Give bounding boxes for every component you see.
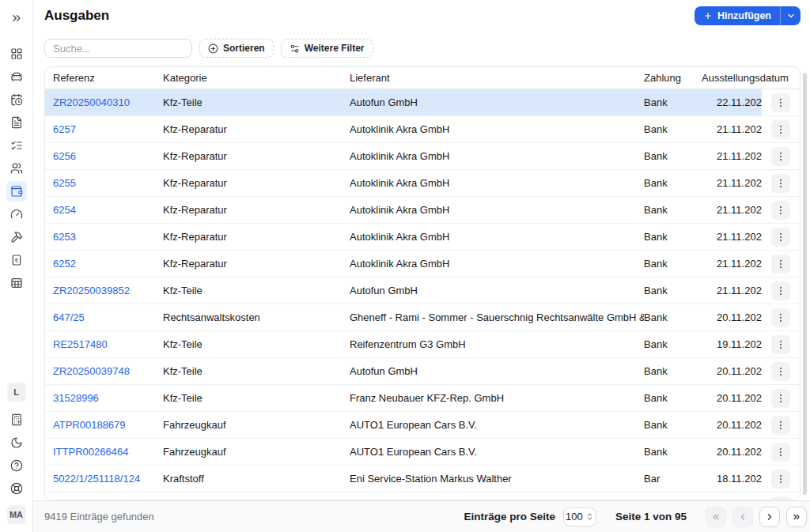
sidebar-item-tables[interactable] — [6, 273, 27, 293]
sidebar-item-vehicles[interactable] — [6, 66, 27, 87]
table-row[interactable]: 6256 Kfz-Reparatur Autoklinik Akra GmbH … — [45, 143, 800, 170]
previous-page-button[interactable] — [732, 507, 753, 527]
table-row[interactable]: ZR20250039852 Kfz-Teile Autofun GmbH Ban… — [45, 277, 800, 304]
kebab-menu-icon — [775, 474, 786, 485]
sidebar-item-performance[interactable] — [6, 204, 27, 224]
reference-link[interactable]: 6253 — [53, 231, 76, 243]
scrollbar-thumb[interactable] — [803, 73, 807, 495]
chevrons-left-icon — [711, 512, 721, 522]
table-row[interactable]: 6253 Kfz-Reparatur Autoklinik Akra GmbH … — [45, 224, 800, 251]
table-row[interactable]: ZR20250040310 Kfz-Teile Autofun GmbH Ban… — [45, 89, 800, 116]
table-row[interactable]: ATPR00188679 Fahrzeugkauf AUTO1 European… — [45, 412, 800, 439]
hammer-icon — [10, 231, 23, 243]
table-row[interactable]: 647/25 Rechtsanwaltskosten Gheneff - Ram… — [45, 304, 800, 331]
row-menu-button[interactable] — [771, 228, 790, 247]
row-menu-button[interactable] — [771, 120, 790, 139]
search-input[interactable] — [44, 39, 192, 58]
next-page-button[interactable] — [759, 507, 780, 527]
dark-mode-button[interactable] — [6, 432, 27, 453]
actions-cell — [762, 277, 800, 304]
table-row[interactable] — [45, 492, 800, 500]
column-header-lieferant[interactable]: Lieferant — [350, 72, 644, 84]
row-menu-button[interactable] — [771, 174, 790, 193]
table-row[interactable]: RE2517480 Kfz-Teile Reifenzentrum G3 Gmb… — [45, 331, 800, 358]
support-button[interactable] — [6, 478, 27, 499]
row-menu-button[interactable] — [771, 93, 790, 112]
life-buoy-icon — [10, 482, 23, 495]
sidebar-item-contacts[interactable] — [6, 158, 27, 179]
reference-link[interactable]: ATPR00188679 — [53, 419, 126, 431]
actions-cell — [762, 331, 800, 357]
row-menu-button[interactable] — [771, 281, 790, 300]
reference-link[interactable]: ITTPR00266464 — [53, 446, 128, 458]
reference-link[interactable]: 6254 — [53, 204, 76, 216]
table-row[interactable]: 6257 Kfz-Reparatur Autoklinik Akra GmbH … — [45, 116, 800, 143]
workspace-badge[interactable]: L — [7, 383, 26, 402]
sidebar-item-documents[interactable] — [6, 112, 27, 133]
supplier-cell: Gheneff - Rami - Sommer - Sauerschnig Re… — [350, 311, 644, 323]
reference-link[interactable]: 647/25 — [53, 311, 85, 323]
sidebar-item-tasks[interactable] — [6, 135, 27, 156]
row-menu-button[interactable] — [771, 416, 790, 435]
row-menu-button[interactable] — [771, 362, 790, 381]
category-cell: Kfz-Reparatur — [163, 150, 350, 162]
table-row[interactable]: 6252 Kfz-Reparatur Autoklinik Akra GmbH … — [45, 251, 800, 277]
user-avatar[interactable]: MA — [7, 505, 26, 524]
date-cell: 21.11.2025 — [702, 231, 762, 243]
wallet-icon — [10, 185, 23, 198]
reference-link[interactable]: 6256 — [53, 150, 76, 162]
add-button-main[interactable]: Hinzufügen — [695, 6, 780, 25]
help-button[interactable] — [6, 455, 27, 476]
sidebar-item-auctions[interactable] — [6, 227, 27, 247]
column-header-ausstellungsdatum[interactable]: Ausstellungsdatum — [702, 72, 800, 84]
reference-link[interactable]: 6252 — [53, 258, 76, 270]
row-menu-button[interactable] — [771, 147, 790, 166]
table-row[interactable]: 6255 Kfz-Reparatur Autoklinik Akra GmbH … — [45, 170, 800, 197]
per-page-label: Einträge pro Seite — [464, 511, 555, 523]
sidebar-item-expenses[interactable] — [6, 181, 27, 202]
reference-link[interactable]: ZR20250039852 — [53, 285, 130, 296]
sidebar-item-calendar[interactable] — [6, 89, 27, 110]
date-cell: 20.11.2025 — [702, 311, 762, 323]
add-button-dropdown[interactable] — [781, 6, 801, 25]
table-row[interactable]: 5022/1/251118/124 Kraftstoff Eni Service… — [45, 466, 800, 492]
add-button[interactable]: Hinzufügen — [695, 6, 801, 25]
circle-plus-icon — [208, 43, 218, 54]
table-row[interactable]: 6254 Kfz-Reparatur Autoklinik Akra GmbH … — [45, 197, 800, 224]
reference-link[interactable]: 6255 — [53, 177, 76, 189]
column-header-kategorie[interactable]: Kategorie — [163, 72, 350, 84]
table-row[interactable]: ZR20250039748 Kfz-Teile Autofun GmbH Ban… — [45, 358, 800, 385]
row-menu-button[interactable] — [771, 389, 790, 408]
payment-cell: Bank — [644, 419, 702, 431]
reference-link[interactable]: 6257 — [53, 123, 76, 135]
sidebar-expand-button[interactable] — [6, 8, 27, 28]
filter-button[interactable]: Weitere Filter — [281, 39, 373, 58]
row-menu-button[interactable] — [771, 201, 790, 220]
reference-link[interactable]: ZR20250039748 — [53, 365, 130, 377]
column-header-referenz[interactable]: Referenz — [53, 72, 163, 84]
users-icon — [10, 162, 23, 175]
sidebar-item-invoices[interactable]: € — [6, 250, 27, 270]
sort-button[interactable]: Sortieren — [199, 39, 274, 58]
payment-cell: Bank — [644, 204, 702, 216]
reference-link[interactable]: ZR20250040310 — [53, 96, 130, 108]
date-cell: 20.11.2025 — [702, 446, 762, 458]
row-menu-button[interactable] — [771, 470, 790, 489]
column-header-zahlung[interactable]: Zahlung — [644, 72, 702, 84]
table-row[interactable]: 31528996 Kfz-Teile Franz Neubauer KFZ-Re… — [45, 385, 800, 412]
row-menu-button[interactable] — [771, 443, 790, 462]
per-page-value: 100 — [566, 511, 583, 523]
row-menu-button[interactable] — [771, 335, 790, 354]
sidebar-item-dashboard[interactable] — [6, 43, 27, 64]
last-page-button[interactable] — [786, 507, 807, 527]
reference-link[interactable]: RE2517480 — [53, 338, 108, 350]
table-row[interactable]: ITTPR00266464 Fahrzeugkauf AUTO1 Europea… — [45, 439, 800, 466]
reference-link[interactable]: 31528996 — [53, 392, 99, 404]
row-menu-button[interactable] — [771, 308, 790, 327]
row-menu-button[interactable] — [771, 255, 790, 274]
per-page-select[interactable]: 100 — [563, 507, 596, 526]
reference-link[interactable]: 5022/1/251118/124 — [53, 473, 140, 485]
kebab-menu-icon — [775, 420, 786, 431]
first-page-button[interactable] — [706, 507, 726, 527]
calculator-button[interactable] — [6, 409, 27, 430]
